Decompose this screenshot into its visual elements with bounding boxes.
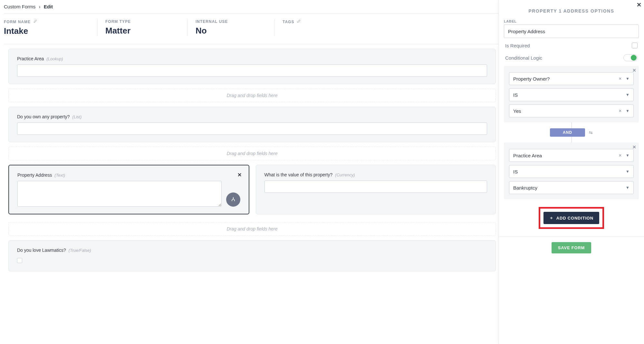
close-icon[interactable]: ✕: [637, 1, 641, 8]
select-value: IS: [513, 92, 518, 98]
field-type-hint: (Lookup): [46, 56, 63, 61]
is-required-label: Is Required: [505, 43, 530, 48]
meta-form-name-label: FORM NAME: [4, 20, 31, 24]
clear-icon[interactable]: ✕: [619, 153, 622, 158]
chevron-down-icon: ▼: [626, 153, 630, 158]
add-condition-button[interactable]: ＋ ADD CONDITION: [543, 212, 599, 224]
meta-form-type-value: Matter: [105, 26, 180, 36]
meta-form-name-value: Intake: [4, 26, 90, 36]
dropzone[interactable]: Drag and drop fields here: [8, 89, 496, 102]
select-value: Practice Area: [513, 153, 542, 158]
love-lawmatics-checkbox[interactable]: [17, 258, 22, 263]
condition-operator-select[interactable]: IS ▼: [509, 165, 634, 178]
chevron-down-icon: ▼: [626, 76, 630, 81]
own-property-input[interactable]: [17, 123, 487, 135]
close-icon[interactable]: ✕: [632, 68, 636, 73]
field-property-value[interactable]: What is the value of this property? (Cur…: [256, 165, 496, 214]
condition-operator-select[interactable]: IS ▼: [509, 88, 634, 101]
plus-icon: ＋: [549, 215, 554, 221]
dropzone[interactable]: Drag and drop fields here: [8, 147, 496, 160]
field-type-hint: (List): [72, 114, 82, 119]
condition-value-select[interactable]: Bankruptcy ▼: [509, 181, 634, 194]
condition-group-2: ✕ Practice Area ✕▼ IS ▼ Bankruptcy ▼: [504, 143, 639, 199]
select-value: Property Owner?: [513, 76, 550, 82]
conditional-logic-label: Conditional Logic: [505, 55, 542, 61]
meta-internal-value: No: [196, 26, 267, 36]
breadcrumb: Custom Forms › Edit: [4, 4, 498, 14]
chevron-down-icon: ▼: [626, 169, 630, 174]
property-address-textarea[interactable]: [17, 181, 222, 207]
condition-value-select[interactable]: Yes ✕▼: [509, 104, 634, 117]
property-value-input[interactable]: [264, 181, 487, 193]
clear-icon[interactable]: ✕: [619, 76, 622, 81]
breadcrumb-root[interactable]: Custom Forms: [4, 4, 35, 9]
field-type-hint: (Currency): [335, 172, 355, 177]
field-label: Practice Area: [17, 56, 44, 61]
field-label: Do you own any property?: [17, 114, 70, 119]
breadcrumb-current: Edit: [44, 4, 53, 9]
condition-field-select[interactable]: Practice Area ✕▼: [509, 149, 634, 162]
sidebar-title: PROPERTY 1 ADDRESS OPTIONS: [499, 0, 644, 19]
chevron-down-icon: ▼: [626, 93, 630, 97]
options-sidebar: ✕ PROPERTY 1 ADDRESS OPTIONS LABEL Is Re…: [498, 0, 644, 344]
label-field-label: LABEL: [504, 19, 639, 23]
meta-form-type-label: FORM TYPE: [105, 19, 131, 24]
select-value: IS: [513, 169, 518, 174]
dropzone[interactable]: Drag and drop fields here: [8, 222, 496, 236]
meta-tags-label: TAGS: [283, 20, 294, 24]
meta-form-name: FORM NAME Intake: [4, 19, 97, 36]
condition-group-1: ✕ Property Owner? ✕▼ IS ▼ Yes ✕▼: [504, 66, 639, 123]
save-form-button[interactable]: SAVE FORM: [552, 242, 591, 253]
field-type-hint: (True/False): [69, 248, 91, 253]
swap-icon[interactable]: ⇆: [589, 130, 593, 135]
branch-icon[interactable]: [226, 192, 240, 207]
field-love-lawmatics[interactable]: Do you love Lawmatics? (True/False): [8, 240, 496, 271]
field-label: Property Address: [17, 172, 52, 178]
field-type-hint: (Text): [54, 173, 65, 178]
practice-area-input[interactable]: [17, 64, 487, 77]
meta-form-type: FORM TYPE Matter: [97, 19, 187, 36]
select-value: Yes: [513, 108, 521, 114]
meta-internal-use: INTERNAL USE No: [187, 19, 274, 36]
pencil-icon[interactable]: [33, 19, 37, 24]
field-label: Do you love Lawmatics?: [17, 248, 66, 253]
field-own-property[interactable]: Do you own any property? (List): [8, 107, 496, 142]
clear-icon[interactable]: ✕: [619, 109, 622, 113]
chevron-down-icon: ▼: [626, 185, 630, 190]
chevron-down-icon: ▼: [626, 109, 630, 113]
meta-tags: TAGS: [274, 19, 308, 36]
conditional-logic-toggle[interactable]: [623, 54, 638, 61]
meta-internal-label: INTERNAL USE: [196, 19, 228, 24]
condition-field-select[interactable]: Property Owner? ✕▼: [509, 72, 634, 85]
add-condition-highlight: ＋ ADD CONDITION: [539, 207, 604, 229]
close-icon[interactable]: ✕: [632, 144, 636, 150]
chevron-right-icon: ›: [39, 4, 41, 9]
is-required-checkbox[interactable]: [632, 43, 638, 48]
logic-operator-row: AND ⇆: [504, 123, 639, 143]
field-practice-area[interactable]: Practice Area (Lookup): [8, 49, 496, 84]
field-label: What is the value of this property?: [264, 172, 333, 177]
label-input[interactable]: [504, 25, 639, 38]
select-value: Bankruptcy: [513, 185, 537, 191]
form-meta-row: FORM NAME Intake FORM TYPE Matter INTERN…: [4, 14, 498, 44]
add-condition-label: ADD CONDITION: [556, 216, 593, 221]
and-operator-badge[interactable]: AND: [550, 128, 585, 137]
field-property-address[interactable]: ✕ Property Address (Text): [8, 165, 249, 214]
pencil-icon[interactable]: [297, 19, 301, 24]
close-icon[interactable]: ✕: [237, 172, 242, 178]
